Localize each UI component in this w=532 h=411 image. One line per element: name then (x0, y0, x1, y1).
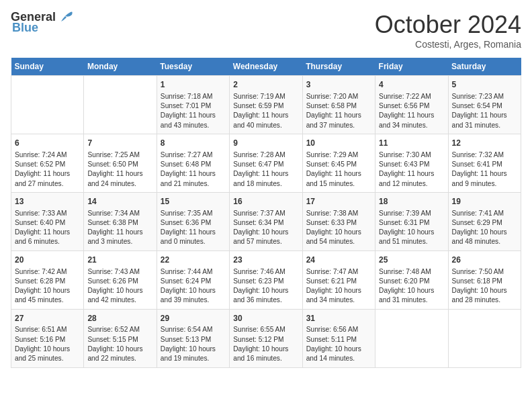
cell-info: Sunset: 6:23 PM (233, 277, 298, 286)
day-number: 25 (379, 255, 444, 266)
calendar-cell: 8Sunrise: 7:27 AMSunset: 6:48 PMDaylight… (157, 134, 229, 192)
day-number: 7 (87, 138, 152, 149)
cell-info: Sunset: 6:29 PM (452, 218, 517, 228)
calendar-cell: 25Sunrise: 7:48 AMSunset: 6:20 PMDayligh… (375, 250, 448, 309)
cell-info: Daylight: 11 hours and 40 minutes. (233, 111, 298, 130)
cell-info: Sunrise: 7:25 AM (87, 150, 152, 160)
cell-info: Daylight: 10 hours and 31 minutes. (379, 286, 444, 306)
cell-info: Daylight: 11 hours and 3 minutes. (87, 228, 152, 247)
cell-info: Daylight: 11 hours and 6 minutes. (15, 228, 80, 247)
cell-info: Sunrise: 7:34 AM (87, 209, 152, 218)
day-number: 29 (161, 313, 226, 324)
cell-info: Daylight: 10 hours and 14 minutes. (306, 345, 371, 364)
cell-info: Sunrise: 7:29 AM (306, 150, 371, 160)
cell-info: Daylight: 11 hours and 18 minutes. (233, 169, 298, 189)
week-row-2: 6Sunrise: 7:24 AMSunset: 6:52 PMDaylight… (11, 134, 521, 192)
calendar-cell: 6Sunrise: 7:24 AMSunset: 6:52 PMDaylight… (11, 134, 84, 192)
month-title: October 2024 (375, 11, 521, 39)
calendar-cell: 2Sunrise: 7:19 AMSunset: 6:59 PMDaylight… (230, 76, 302, 134)
cell-info: Daylight: 10 hours and 22 minutes. (87, 345, 152, 364)
calendar-cell: 11Sunrise: 7:30 AMSunset: 6:43 PMDayligh… (375, 134, 448, 192)
logo: General Blue (11, 11, 73, 35)
cell-info: Daylight: 10 hours and 48 minutes. (452, 228, 517, 247)
cell-info: Sunrise: 7:43 AM (87, 267, 152, 277)
calendar-cell: 10Sunrise: 7:29 AMSunset: 6:45 PMDayligh… (302, 134, 375, 192)
cell-info: Daylight: 11 hours and 12 minutes. (379, 169, 444, 189)
col-header-saturday: Saturday (448, 58, 521, 76)
cell-info: Sunset: 6:58 PM (306, 101, 371, 111)
cell-info: Sunrise: 7:41 AM (452, 209, 517, 218)
calendar-cell: 31Sunrise: 6:56 AMSunset: 5:11 PMDayligh… (302, 309, 375, 367)
day-number: 15 (161, 196, 226, 208)
calendar-cell (84, 76, 157, 134)
calendar-cell: 30Sunrise: 6:55 AMSunset: 5:12 PMDayligh… (230, 309, 302, 367)
cell-info: Sunrise: 7:27 AM (161, 150, 226, 160)
day-number: 5 (452, 79, 517, 91)
cell-info: Sunrise: 7:19 AM (233, 92, 298, 101)
cell-info: Daylight: 10 hours and 39 minutes. (161, 286, 226, 306)
cell-info: Sunrise: 7:42 AM (15, 267, 80, 277)
cell-info: Daylight: 10 hours and 36 minutes. (233, 286, 298, 306)
calendar-cell: 23Sunrise: 7:46 AMSunset: 6:23 PMDayligh… (230, 250, 302, 309)
cell-info: Sunset: 6:24 PM (161, 277, 226, 286)
calendar-cell: 27Sunrise: 6:51 AMSunset: 5:16 PMDayligh… (11, 309, 84, 367)
col-header-sunday: Sunday (11, 58, 84, 76)
cell-info: Sunrise: 7:37 AM (233, 209, 298, 218)
cell-info: Sunset: 6:34 PM (233, 218, 298, 228)
cell-info: Sunset: 6:31 PM (379, 218, 444, 228)
cell-info: Daylight: 10 hours and 51 minutes. (379, 228, 444, 247)
cell-info: Daylight: 10 hours and 42 minutes. (87, 286, 152, 306)
logo-bird-icon (58, 11, 73, 24)
day-number: 11 (379, 138, 444, 149)
calendar-cell: 1Sunrise: 7:18 AMSunset: 7:01 PMDaylight… (157, 76, 229, 134)
day-number: 20 (15, 255, 80, 266)
day-number: 10 (306, 138, 371, 149)
cell-info: Sunset: 6:21 PM (306, 277, 371, 286)
col-header-friday: Friday (375, 58, 448, 76)
col-header-wednesday: Wednesday (230, 58, 302, 76)
cell-info: Daylight: 11 hours and 27 minutes. (15, 169, 80, 189)
calendar-table: SundayMondayTuesdayWednesdayThursdayFrid… (11, 58, 521, 368)
cell-info: Sunrise: 7:22 AM (379, 92, 444, 101)
calendar-cell: 17Sunrise: 7:38 AMSunset: 6:33 PMDayligh… (302, 192, 375, 250)
calendar-cell: 28Sunrise: 6:52 AMSunset: 5:15 PMDayligh… (84, 309, 157, 367)
cell-info: Sunrise: 6:54 AM (161, 325, 226, 334)
day-number: 26 (452, 255, 517, 266)
cell-info: Sunset: 6:41 PM (452, 160, 517, 169)
cell-info: Sunrise: 7:24 AM (15, 150, 80, 160)
day-number: 22 (161, 255, 226, 266)
cell-info: Daylight: 11 hours and 21 minutes. (161, 169, 226, 189)
day-number: 24 (306, 255, 371, 266)
calendar-cell: 13Sunrise: 7:33 AMSunset: 6:40 PMDayligh… (11, 192, 84, 250)
day-number: 3 (306, 79, 371, 91)
calendar-cell (448, 309, 521, 367)
cell-info: Daylight: 10 hours and 45 minutes. (15, 286, 80, 306)
cell-info: Sunset: 6:28 PM (15, 277, 80, 286)
calendar-cell: 15Sunrise: 7:35 AMSunset: 6:36 PMDayligh… (157, 192, 229, 250)
cell-info: Sunrise: 7:30 AM (379, 150, 444, 160)
cell-info: Sunrise: 7:23 AM (452, 92, 517, 101)
calendar-cell: 5Sunrise: 7:23 AMSunset: 6:54 PMDaylight… (448, 76, 521, 134)
day-number: 18 (379, 196, 444, 208)
cell-info: Sunrise: 7:39 AM (379, 209, 444, 218)
day-number: 1 (161, 79, 226, 91)
cell-info: Sunset: 6:54 PM (452, 101, 517, 111)
cell-info: Sunset: 6:33 PM (306, 218, 371, 228)
cell-info: Daylight: 11 hours and 34 minutes. (379, 111, 444, 130)
cell-info: Sunrise: 7:35 AM (161, 209, 226, 218)
calendar-cell: 7Sunrise: 7:25 AMSunset: 6:50 PMDaylight… (84, 134, 157, 192)
cell-info: Sunrise: 7:48 AM (379, 267, 444, 277)
week-row-5: 27Sunrise: 6:51 AMSunset: 5:16 PMDayligh… (11, 309, 521, 367)
cell-info: Daylight: 10 hours and 16 minutes. (233, 345, 298, 364)
cell-info: Sunset: 6:47 PM (233, 160, 298, 169)
cell-info: Sunset: 7:01 PM (161, 101, 226, 111)
cell-info: Sunrise: 6:51 AM (15, 325, 80, 334)
cell-info: Sunrise: 6:52 AM (87, 325, 152, 334)
calendar-cell: 14Sunrise: 7:34 AMSunset: 6:38 PMDayligh… (84, 192, 157, 250)
week-row-1: 1Sunrise: 7:18 AMSunset: 7:01 PMDaylight… (11, 76, 521, 134)
calendar-cell: 29Sunrise: 6:54 AMSunset: 5:13 PMDayligh… (157, 309, 229, 367)
day-number: 2 (233, 79, 298, 91)
cell-info: Daylight: 11 hours and 31 minutes. (452, 111, 517, 130)
cell-info: Daylight: 10 hours and 54 minutes. (306, 228, 371, 247)
calendar-cell: 3Sunrise: 7:20 AMSunset: 6:58 PMDaylight… (302, 76, 375, 134)
